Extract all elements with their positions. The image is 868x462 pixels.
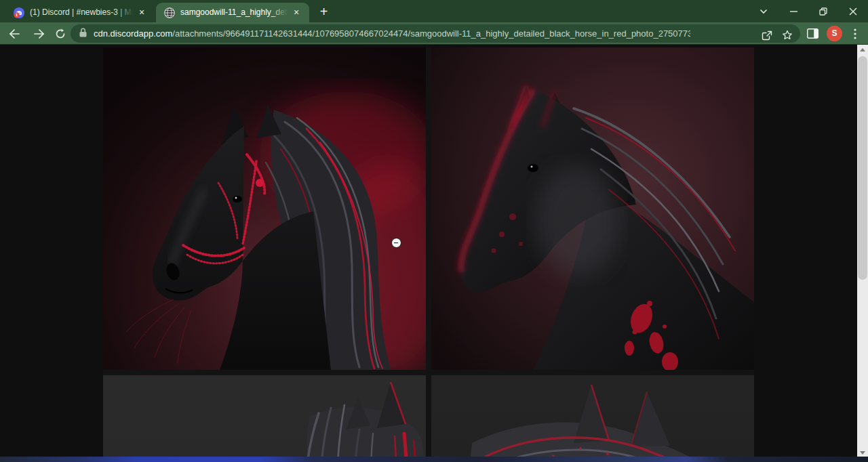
tab-search-chevron-icon[interactable] — [749, 0, 778, 22]
horse-image-bottom-right — [431, 375, 754, 462]
window-controls — [749, 0, 868, 22]
horse-grid-image[interactable] — [103, 47, 754, 462]
minimize-button[interactable] — [778, 0, 808, 22]
browser-toolbar: cdn.discordapp.com/attachments/966491171… — [0, 22, 868, 45]
lock-icon[interactable] — [79, 28, 87, 40]
tab-title: samgoodwill-11_a_highly_detaile — [180, 7, 288, 18]
url-path: /attachments/966491171142631444/10769580… — [172, 28, 690, 39]
scrollbar-thumb[interactable] — [858, 56, 867, 280]
svg-text:1: 1 — [16, 13, 18, 17]
tab-title-fade — [115, 7, 133, 18]
tab-discord[interactable]: 1 (1) Discord | #newbies-3 | Midjou × — [5, 3, 153, 22]
tab-image-active[interactable]: samgoodwill-11_a_highly_detaile × — [156, 3, 309, 22]
horse-image-top-left — [103, 47, 426, 370]
horse-image-top-right — [431, 47, 754, 370]
browser-window: 1 (1) Discord | #newbies-3 | Midjou × — [0, 0, 868, 462]
new-tab-button[interactable]: + — [315, 3, 333, 22]
url-text: cdn.discordapp.com/attachments/966491171… — [94, 28, 690, 39]
vertical-scrollbar[interactable] — [857, 45, 868, 458]
bookmark-star-icon[interactable] — [778, 26, 796, 44]
toolbar-right-cluster: S — [804, 22, 868, 45]
url-domain: cdn.discordapp.com — [94, 28, 172, 39]
forward-button[interactable] — [28, 24, 49, 44]
scroll-up-arrow[interactable] — [857, 45, 868, 56]
address-bar[interactable]: cdn.discordapp.com/attachments/966491171… — [71, 24, 800, 43]
menu-dots-icon[interactable] — [846, 25, 864, 43]
tab-close-icon[interactable]: × — [136, 7, 148, 19]
tab-close-icon[interactable]: × — [290, 7, 302, 19]
tab-strip: 1 (1) Discord | #newbies-3 | Midjou × — [0, 0, 868, 22]
zoom-out-cursor — [391, 238, 401, 248]
restore-button[interactable] — [808, 0, 838, 22]
close-window-button[interactable] — [838, 0, 868, 22]
taskbar-edge — [0, 457, 868, 462]
side-panel-icon[interactable] — [804, 25, 821, 43]
horse-image-bottom-left — [103, 375, 426, 462]
tab-title: (1) Discord | #newbies-3 | Midjou — [30, 7, 133, 18]
reload-button[interactable] — [50, 24, 71, 44]
discord-favicon: 1 — [14, 7, 24, 18]
tab-title-fade — [270, 7, 288, 18]
profile-avatar[interactable]: S — [827, 26, 842, 41]
globe-favicon — [164, 7, 175, 18]
back-button[interactable] — [4, 24, 24, 44]
page-content — [0, 45, 868, 462]
share-icon[interactable] — [758, 26, 776, 44]
